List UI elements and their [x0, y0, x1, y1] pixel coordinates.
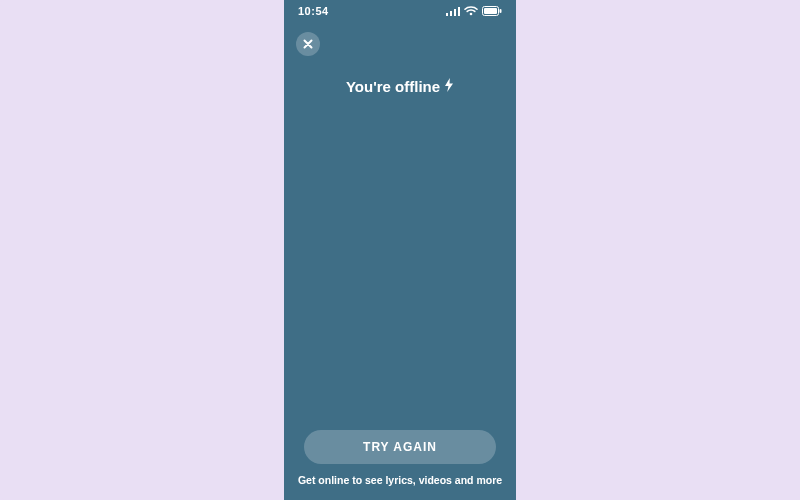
- svg-rect-6: [484, 8, 497, 14]
- offline-heading: You're offline: [284, 78, 516, 95]
- svg-point-4: [470, 13, 473, 16]
- status-indicators: [446, 6, 502, 16]
- phone-screen: 10:54: [284, 0, 516, 500]
- status-time: 10:54: [298, 5, 329, 17]
- close-icon: [303, 39, 313, 49]
- offline-subtext: Get online to see lyrics, videos and mor…: [298, 474, 502, 486]
- svg-rect-0: [446, 13, 448, 16]
- svg-rect-7: [500, 9, 502, 13]
- page-background: 10:54: [0, 0, 800, 500]
- footer-area: TRY AGAIN Get online to see lyrics, vide…: [284, 430, 516, 486]
- wifi-icon: [464, 6, 478, 16]
- status-bar: 10:54: [284, 0, 516, 22]
- try-again-label: TRY AGAIN: [363, 440, 437, 454]
- try-again-button[interactable]: TRY AGAIN: [304, 430, 496, 464]
- lightning-icon: [444, 78, 454, 95]
- close-button[interactable]: [296, 32, 320, 56]
- offline-title: You're offline: [346, 78, 440, 95]
- battery-icon: [482, 6, 502, 16]
- svg-rect-3: [458, 7, 460, 16]
- svg-rect-2: [454, 9, 456, 16]
- svg-rect-1: [450, 11, 452, 16]
- cellular-icon: [446, 7, 460, 16]
